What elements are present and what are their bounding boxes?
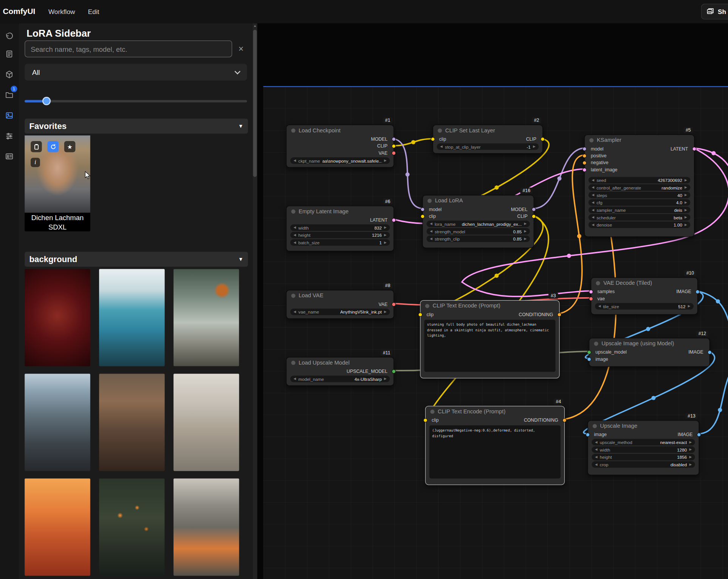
share-button[interactable]: Sh xyxy=(701,4,728,20)
node-ksampler[interactable]: #5 KSampler modelLATENT positive negativ… xyxy=(584,135,695,237)
lora-thumbnail[interactable] xyxy=(25,374,90,471)
node-load-lora[interactable]: #16 Load LoRA modelMODEL clipCLIP lora_n… xyxy=(422,195,534,248)
link-midpoint-dot[interactable] xyxy=(411,140,415,144)
node-load-checkpoint[interactable]: #1 Load Checkpoint MODEL CLIP VAE ckpt_n… xyxy=(286,125,394,168)
input-port-samples[interactable] xyxy=(589,289,593,293)
input-port-clip[interactable] xyxy=(421,214,425,218)
search-input[interactable] xyxy=(25,40,232,57)
widget-batch-size[interactable]: batch_size1 xyxy=(290,239,390,246)
lora-thumbnail[interactable] xyxy=(173,374,239,471)
wire-image[interactable] xyxy=(698,376,728,434)
menu-workflow[interactable]: Workflow xyxy=(42,4,82,19)
collapse-dot-icon[interactable] xyxy=(589,138,593,142)
app-logo[interactable]: ComfyUI xyxy=(0,7,42,16)
output-port-upscale-model[interactable] xyxy=(392,369,396,373)
output-port-vae[interactable] xyxy=(392,302,396,306)
sidebar-scrollbar[interactable] xyxy=(252,23,257,579)
section-background[interactable]: background xyxy=(25,252,248,267)
output-port-image[interactable] xyxy=(695,289,700,293)
input-port-image[interactable] xyxy=(587,357,591,361)
lora-thumbnail[interactable] xyxy=(173,478,239,576)
star-favorite-icon[interactable]: ★ xyxy=(64,141,76,152)
link-midpoint-dot[interactable] xyxy=(567,254,571,258)
slider-thumb[interactable] xyxy=(42,97,51,105)
queue-icon[interactable] xyxy=(0,44,19,64)
widget-tile-size[interactable]: tile_size512 xyxy=(595,303,694,309)
widget-vae-name[interactable]: vae_nameAnythingV5Ink_ink.pt xyxy=(290,309,390,315)
link-midpoint-dot[interactable] xyxy=(494,185,499,189)
output-port-conditioning[interactable] xyxy=(557,312,561,317)
lora-thumbnail[interactable] xyxy=(25,478,90,576)
widget-upscale-method[interactable]: upscale_methodnearest-exact xyxy=(592,439,695,446)
collapse-dot-icon[interactable] xyxy=(291,128,295,132)
node-load-vae[interactable]: #8 Load VAE VAE vae_nameAnythingV5Ink_in… xyxy=(286,290,394,319)
input-port-upscale-model[interactable] xyxy=(587,350,591,354)
scrollbar-thumb[interactable] xyxy=(253,30,257,177)
widget-scheduler[interactable]: schedulerbeta xyxy=(589,214,691,220)
widget-steps[interactable]: steps40 xyxy=(589,192,691,198)
node-load-upscale-model[interactable]: #11 Load Upscale Model UPSCALE_MODEL mod… xyxy=(286,357,394,386)
node-library-icon[interactable] xyxy=(0,64,19,85)
link-midpoint-dot[interactable] xyxy=(494,273,499,278)
widget-ckpt-name[interactable]: ckpt_nameaa\snowpony_snowalt.safele... xyxy=(290,157,390,164)
menu-edit[interactable]: Edit xyxy=(82,4,106,19)
input-port-positive[interactable] xyxy=(582,154,587,158)
widget-strength-model[interactable]: strength_model0.85 xyxy=(427,228,530,234)
widget-model-name[interactable]: model_name4x-UltraSharp xyxy=(290,376,390,382)
output-port-clip[interactable] xyxy=(532,214,536,218)
input-port-image[interactable] xyxy=(585,432,590,436)
prompt-textarea[interactable]: stunning full body photo of beautiful di… xyxy=(424,320,555,372)
lora-thumbnail[interactable] xyxy=(99,374,165,471)
input-port-model[interactable] xyxy=(421,207,425,211)
link-midpoint-dot[interactable] xyxy=(646,327,650,331)
widget-height[interactable]: height1856 xyxy=(592,454,695,460)
output-port-vae[interactable] xyxy=(392,151,396,155)
collapse-dot-icon[interactable] xyxy=(428,199,432,203)
collapse-dot-icon[interactable] xyxy=(593,424,597,428)
output-port-clip[interactable] xyxy=(541,137,545,141)
node-upscale-image-using-model[interactable]: #12 Upscale Image (using Model) upscale_… xyxy=(589,338,710,366)
lora-thumbnail[interactable] xyxy=(25,269,90,366)
node-clip-text-encode-negative[interactable]: #4 CLIP Text Encode (Prompt) clipCONDITI… xyxy=(425,406,565,485)
widget-seed[interactable]: seed4267300692 xyxy=(589,177,691,183)
input-port-vae[interactable] xyxy=(589,296,593,301)
lora-gallery-icon[interactable] xyxy=(0,105,19,126)
search-clear-icon[interactable] xyxy=(235,43,247,55)
output-port-image[interactable] xyxy=(708,350,712,354)
settings-sliders-icon[interactable] xyxy=(0,126,19,146)
lora-info-card-icon[interactable] xyxy=(0,146,19,166)
widget-stop-at-clip-layer[interactable]: stop_at_clip_layer-1 xyxy=(437,143,539,150)
link-midpoint-dot[interactable] xyxy=(406,172,410,177)
collapse-dot-icon[interactable] xyxy=(438,128,442,132)
info-icon[interactable]: i xyxy=(31,158,40,167)
widget-sampler-name[interactable]: sampler_namedeis xyxy=(589,206,691,213)
wire-conditioning[interactable] xyxy=(559,155,585,314)
node-canvas[interactable]: #1 Load Checkpoint MODEL CLIP VAE ckpt_n… xyxy=(257,23,728,579)
output-port-clip[interactable] xyxy=(392,144,396,148)
workflows-folder-icon[interactable]: 1 xyxy=(0,85,19,105)
refresh-icon[interactable] xyxy=(48,141,59,152)
link-midpoint-dot[interactable] xyxy=(577,234,581,238)
lora-thumbnail[interactable] xyxy=(99,478,165,576)
output-port-image[interactable] xyxy=(697,432,701,436)
output-port-latent[interactable] xyxy=(392,218,396,222)
input-port-model[interactable] xyxy=(582,147,587,151)
output-port-latent[interactable] xyxy=(692,147,696,151)
prompt-textarea[interactable]: (JuggernautNegative-neg:0.6),deformed, d… xyxy=(429,425,561,478)
input-port-latent-image[interactable] xyxy=(582,168,587,172)
node-upscale-image[interactable]: #13 Upscale Image imageIMAGE upscale_met… xyxy=(587,420,699,475)
output-port-model[interactable] xyxy=(392,137,396,141)
widget-lora-name[interactable]: lora_namedichen_lachman_prodigy_ex... xyxy=(427,220,530,227)
link-midpoint-dot[interactable] xyxy=(718,408,722,412)
link-midpoint-dot[interactable] xyxy=(711,151,716,155)
output-port-model[interactable] xyxy=(532,207,536,211)
widget-crop[interactable]: cropdisabled xyxy=(592,461,695,468)
link-midpoint-dot[interactable] xyxy=(716,299,720,303)
input-port-clip[interactable] xyxy=(423,418,428,422)
favorite-lora-card[interactable]: ★ i Dichen Lachman SDXL xyxy=(25,135,90,231)
widget-height[interactable]: height1216 xyxy=(290,232,390,238)
scroll-up-icon[interactable] xyxy=(252,24,257,28)
collapse-dot-icon[interactable] xyxy=(291,360,295,365)
collapse-dot-icon[interactable] xyxy=(430,409,434,413)
collapse-dot-icon[interactable] xyxy=(291,209,295,213)
